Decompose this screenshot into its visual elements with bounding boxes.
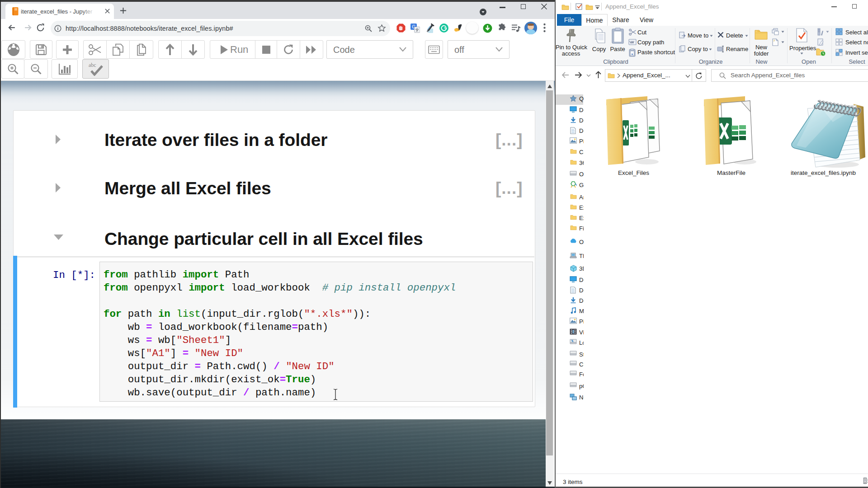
svg-text:abc: abc — [89, 62, 96, 68]
